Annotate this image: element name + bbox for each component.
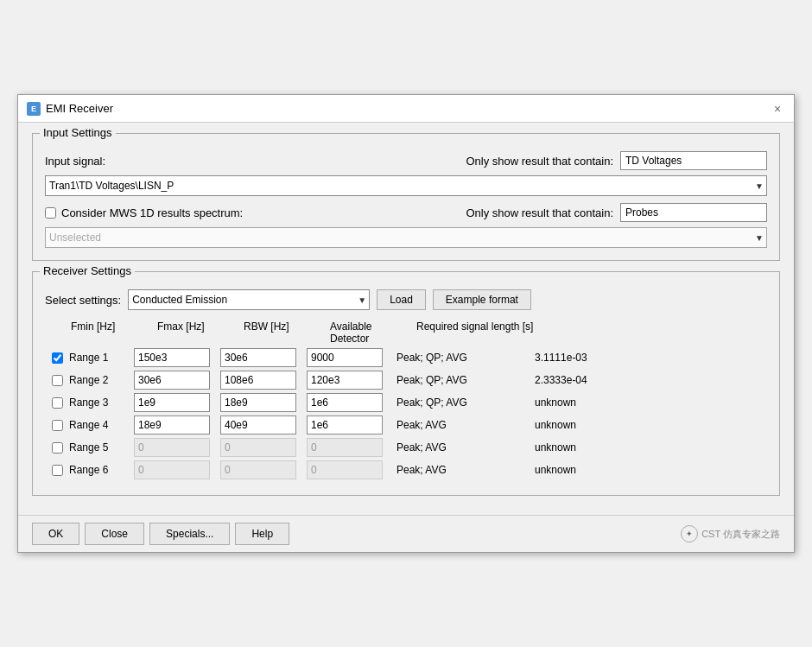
range-row-1: Range 1 Peak; QP; AVG 3.1111e-03: [45, 348, 767, 367]
range5-checkbox[interactable]: [52, 442, 63, 454]
load-button[interactable]: Load: [377, 289, 426, 310]
range1-checkbox[interactable]: [52, 352, 63, 364]
range5-detector: Peak; AVG: [393, 441, 531, 454]
range3-checkbox-cell: [45, 397, 69, 409]
range2-checkbox[interactable]: [52, 375, 63, 386]
mws-dropdown-row: Unselected ▼: [45, 227, 767, 248]
mws-checkbox[interactable]: [45, 207, 56, 219]
range1-label: Range 1: [69, 352, 134, 364]
filter1-input[interactable]: [620, 151, 767, 170]
range1-rbw-input[interactable]: [307, 348, 383, 367]
filter2-label: Only show result that contain:: [466, 206, 613, 219]
range1-checkbox-cell: [45, 352, 69, 364]
range5-fmin-input: [134, 438, 210, 457]
specials-button[interactable]: Specials...: [149, 523, 230, 545]
window-title: EMI Receiver: [46, 102, 113, 115]
range2-rbw-input[interactable]: [307, 371, 383, 390]
range5-checkbox-cell: [45, 442, 69, 454]
range4-fmin-input[interactable]: [134, 415, 210, 435]
range3-fmax-cell: [220, 393, 307, 412]
range2-rbw-cell: [307, 371, 393, 390]
range-rows-container: Range 1 Peak; QP; AVG 3.1111e-03 Range 2: [45, 348, 767, 479]
range-row-5: Range 5 Peak; AVG unknown: [45, 438, 767, 457]
range4-rbw-cell: [307, 415, 393, 435]
range2-fmin-input[interactable]: [134, 371, 210, 390]
range3-detector: Peak; QP; AVG: [393, 396, 531, 409]
range6-label: Range 6: [69, 464, 134, 476]
close-button[interactable]: Close: [85, 523, 144, 545]
range6-signal-len: unknown: [531, 464, 767, 476]
filter1-label: Only show result that contain:: [466, 155, 613, 168]
range2-fmax-cell: [220, 371, 307, 390]
range6-fmax-input: [220, 460, 296, 479]
range1-detector: Peak; QP; AVG: [393, 352, 531, 364]
range6-fmin-cell: [134, 460, 220, 479]
range3-label: Range 3: [69, 396, 134, 409]
watermark-icon: ✦: [681, 525, 698, 542]
range5-fmax-input: [220, 438, 296, 457]
range4-checkbox-cell: [45, 420, 69, 431]
range-row-6: Range 6 Peak; AVG unknown: [45, 460, 767, 479]
range4-detector: Peak; AVG: [393, 419, 531, 431]
range6-checkbox[interactable]: [52, 465, 63, 476]
col-fmax: Fmax [Hz]: [155, 320, 242, 345]
input-dropdown-row: Tran1\TD Voltages\LISN_P ▼: [45, 175, 767, 196]
range2-detector: Peak; QP; AVG: [393, 374, 531, 386]
range6-rbw-cell: [307, 460, 393, 479]
close-window-button[interactable]: ×: [770, 101, 785, 117]
col-rbw: RBW [Hz]: [242, 320, 328, 345]
range5-fmin-cell: [134, 438, 220, 457]
range-row-2: Range 2 Peak; QP; AVG 2.3333e-04: [45, 371, 767, 390]
watermark-text: CST 仿真专家之路: [701, 528, 780, 541]
range3-rbw-cell: [307, 393, 393, 412]
range3-checkbox[interactable]: [52, 397, 63, 409]
range4-signal-len: unknown: [531, 419, 767, 431]
emi-receiver-window: E EMI Receiver × Input Settings Input si…: [17, 94, 795, 553]
title-bar-left: E EMI Receiver: [27, 102, 113, 116]
range1-signal-len: 3.1111e-03: [531, 352, 767, 364]
window-content: Input Settings Input signal: Only show r…: [18, 123, 794, 515]
mws-row: Consider MWS 1D results spectrum: Only s…: [45, 203, 767, 222]
mws-dropdown: Unselected: [45, 227, 767, 248]
select-settings-label: Select settings:: [45, 294, 121, 307]
range3-rbw-input[interactable]: [307, 393, 383, 412]
app-icon: E: [27, 102, 41, 116]
range3-fmin-cell: [134, 393, 220, 412]
range-table: Fmin [Hz] Fmax [Hz] RBW [Hz] Available D…: [45, 320, 767, 479]
range6-fmax-cell: [220, 460, 307, 479]
select-settings-row: Select settings: Conducted Emission Radi…: [45, 289, 767, 310]
mws-checkbox-row: Consider MWS 1D results spectrum:: [45, 206, 243, 219]
range1-fmin-input[interactable]: [134, 348, 210, 367]
range5-rbw-input: [307, 438, 383, 457]
range3-fmax-input[interactable]: [220, 393, 296, 412]
input-signal-dropdown[interactable]: Tran1\TD Voltages\LISN_P: [45, 175, 767, 196]
range3-fmin-input[interactable]: [134, 393, 210, 412]
help-button[interactable]: Help: [235, 523, 289, 545]
range3-signal-len: unknown: [531, 396, 767, 409]
range6-checkbox-cell: [45, 465, 69, 476]
range6-fmin-input: [134, 460, 210, 479]
range6-rbw-input: [307, 460, 383, 479]
filter2-input[interactable]: [620, 203, 767, 222]
example-format-button[interactable]: Example format: [433, 289, 531, 310]
range6-detector: Peak; AVG: [393, 464, 531, 476]
range4-fmax-input[interactable]: [220, 415, 296, 435]
range1-fmax-input[interactable]: [220, 348, 296, 367]
range4-rbw-input[interactable]: [307, 415, 383, 435]
input-settings-title: Input Settings: [40, 126, 116, 139]
settings-dropdown[interactable]: Conducted Emission Radiated Emission Cus…: [128, 289, 370, 310]
range4-fmin-cell: [134, 415, 220, 435]
col-detector: Available Detector: [328, 320, 415, 345]
ok-button[interactable]: OK: [32, 523, 79, 545]
range2-fmax-input[interactable]: [220, 371, 296, 390]
receiver-settings-title: Receiver Settings: [40, 264, 135, 277]
range4-checkbox[interactable]: [52, 420, 63, 431]
range4-label: Range 4: [69, 419, 134, 431]
input-signal-label: Input signal:: [45, 155, 114, 168]
range5-rbw-cell: [307, 438, 393, 457]
range1-rbw-cell: [307, 348, 393, 367]
range5-label: Range 5: [69, 441, 134, 454]
range2-signal-len: 2.3333e-04: [531, 374, 767, 386]
range2-fmin-cell: [134, 371, 220, 390]
range1-fmax-cell: [220, 348, 307, 367]
